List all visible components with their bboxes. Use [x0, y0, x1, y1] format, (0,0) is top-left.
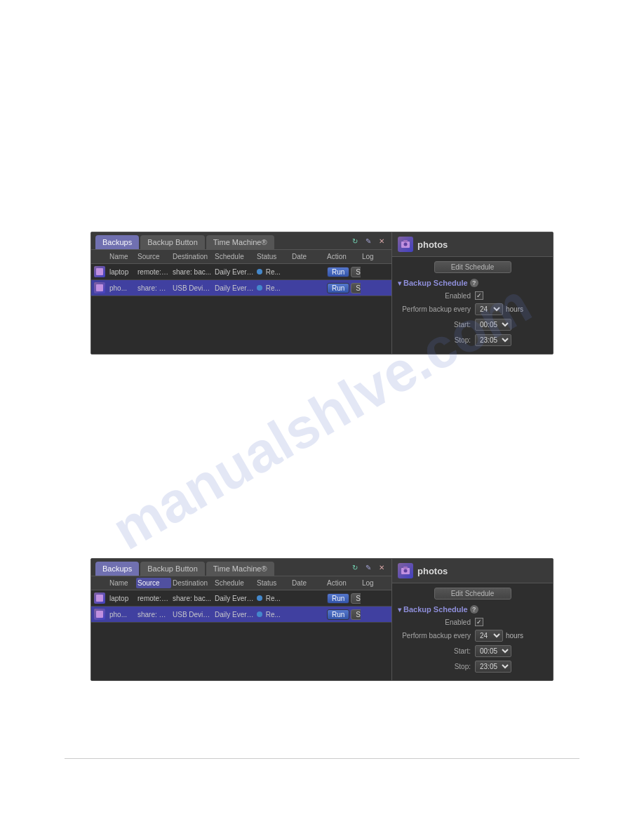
delete-icon-2[interactable]: ✕: [376, 562, 387, 574]
cell-source-laptop-2: remote: Wi...: [136, 595, 171, 602]
cell-source-photos-2: share: photos: [136, 611, 171, 618]
table-row-laptop-1[interactable]: laptop remote: Wi... share: bac... Daily…: [91, 264, 391, 280]
show-button-photos-2[interactable]: Show: [351, 609, 361, 620]
tab-time-machine-1[interactable]: Time Machine®: [206, 235, 274, 249]
start-row-2: Start: 00:05: [398, 645, 547, 657]
stop-select-2[interactable]: 23:05: [475, 661, 511, 673]
col-name-2: Name: [108, 578, 136, 588]
enabled-checkbox-2[interactable]: [475, 618, 483, 626]
table-row-photos-2[interactable]: pho... share: photos USB Devic... Daily …: [91, 607, 391, 623]
row-icon-laptop-2: [94, 593, 105, 604]
edit-schedule-button-1[interactable]: Edit Schedule: [434, 261, 511, 273]
start-label-2: Start:: [398, 647, 475, 655]
refresh-icon-2[interactable]: ↻: [349, 562, 361, 574]
stop-row-1: Stop: 23:05: [398, 334, 547, 346]
cell-status-laptop-1: Re...: [255, 268, 290, 276]
start-label-1: Start:: [398, 321, 475, 329]
edit-schedule-button-2[interactable]: Edit Schedule: [434, 588, 511, 600]
cell-source-photos-1: share: photos: [136, 284, 171, 292]
cell-schedule-laptop-1: Daily Every...: [213, 268, 255, 276]
cell-name-laptop-2: laptop: [108, 595, 136, 602]
show-button-laptop-1[interactable]: Show: [351, 267, 361, 277]
photos-title-2: photos: [417, 566, 448, 576]
photos-header-1: photos: [392, 232, 553, 257]
enabled-label-1: Enabled: [398, 292, 475, 300]
photos-icon-1: [398, 237, 413, 252]
tab-backups-2[interactable]: Backups: [95, 562, 139, 576]
help-icon-2[interactable]: ?: [470, 605, 478, 614]
delete-icon-1[interactable]: ✕: [376, 236, 387, 247]
status-dot-photos-1: [257, 285, 262, 291]
cell-schedule-laptop-2: Daily Every...: [213, 595, 255, 602]
cell-name-photos-1: pho...: [108, 284, 136, 292]
col-headers-2: Name Source Destination Schedule Status …: [91, 576, 391, 590]
perform-select-1[interactable]: 24: [475, 303, 503, 315]
run-button-laptop-2[interactable]: Run: [327, 593, 349, 604]
run-button-photos-2[interactable]: Run: [327, 609, 349, 620]
perform-row-2: Perform backup every 24 hours: [398, 630, 547, 642]
cell-action-photos-2: Run Show: [326, 609, 361, 620]
cell-dest-photos-1: USB Devic...: [171, 284, 213, 292]
col-dest-1: Destination: [171, 251, 213, 262]
refresh-icon-1[interactable]: ↻: [349, 236, 361, 247]
tab-bar-1: Backups Backup Button Time Machine® ↻ ✎ …: [91, 232, 391, 250]
enabled-control-1: [475, 291, 483, 300]
stop-row-2: Stop: 23:05: [398, 661, 547, 673]
section-arrow-1: ▾: [398, 279, 401, 287]
enabled-label-2: Enabled: [398, 618, 475, 626]
hours-label-2: hours: [506, 632, 523, 640]
enabled-row-2: Enabled: [398, 618, 547, 626]
run-button-photos-1[interactable]: Run: [327, 283, 349, 293]
photos-title-1: photos: [417, 239, 448, 250]
section-label-2: Backup Schedule: [403, 605, 468, 614]
start-select-2[interactable]: 00:05: [475, 645, 511, 657]
col-status-2: Status: [255, 578, 290, 588]
section-header-1: ▾ Backup Schedule ?: [398, 279, 547, 287]
col-action-2: Action: [326, 578, 361, 588]
photos-body-1: Edit Schedule ▾ Backup Schedule ? Enable…: [392, 257, 553, 354]
tab-backups-1[interactable]: Backups: [95, 235, 139, 249]
screenshot-panel-1: Backups Backup Button Time Machine® ↻ ✎ …: [90, 232, 554, 355]
perform-label-2: Perform backup every: [398, 632, 475, 640]
table-row-photos-1[interactable]: pho... share: photos USB Devic... Daily …: [91, 280, 391, 296]
tab-time-machine-2[interactable]: Time Machine®: [206, 562, 274, 576]
svg-point-2: [404, 243, 408, 246]
cell-action-photos-1: Run Show: [326, 283, 361, 293]
col-date-1: Date: [290, 251, 326, 262]
photos-header-2: photos: [392, 559, 553, 583]
stop-label-2: Stop:: [398, 663, 475, 670]
show-button-photos-1[interactable]: Show: [351, 283, 361, 293]
run-button-laptop-1[interactable]: Run: [327, 267, 349, 277]
col-icon-1: [94, 251, 108, 262]
cell-dest-photos-2: USB Devic...: [171, 611, 213, 618]
tab-icons-2: ↻ ✎ ✕: [349, 562, 387, 576]
cell-name-photos-2: pho...: [108, 611, 136, 618]
hours-label-1: hours: [506, 305, 523, 313]
col-source-1: Source: [136, 251, 171, 262]
cell-dest-laptop-2: share: bac...: [171, 595, 213, 602]
col-schedule-2: Schedule: [213, 578, 255, 588]
section-arrow-2: ▾: [398, 606, 401, 614]
edit-icon-1[interactable]: ✎: [363, 236, 374, 247]
table-row-laptop-2[interactable]: laptop remote: Wi... share: bac... Daily…: [91, 590, 391, 607]
enabled-checkbox-1[interactable]: [475, 291, 483, 300]
show-button-laptop-2[interactable]: Show: [351, 593, 361, 604]
photos-body-2: Edit Schedule ▾ Backup Schedule ? Enable…: [392, 583, 553, 680]
perform-select-2[interactable]: 24: [475, 630, 503, 642]
stop-select-1[interactable]: 23:05: [475, 334, 511, 346]
help-icon-1[interactable]: ?: [470, 279, 478, 287]
stop-control-2: 23:05: [475, 661, 511, 673]
cell-schedule-photos-2: Daily Every...: [213, 611, 255, 618]
col-source-2: Source: [136, 578, 171, 588]
photos-panel-1: photos Edit Schedule ▾ Backup Schedule ?…: [391, 232, 553, 354]
col-schedule-1: Schedule: [213, 251, 255, 262]
col-name-1: Name: [108, 251, 136, 262]
start-select-1[interactable]: 00:05: [475, 319, 511, 331]
perform-control-1: 24 hours: [475, 303, 523, 315]
backup-list-panel-2: Backups Backup Button Time Machine® ↻ ✎ …: [91, 559, 391, 680]
edit-icon-2[interactable]: ✎: [363, 562, 374, 574]
tab-backup-button-2[interactable]: Backup Button: [140, 562, 205, 576]
tab-backup-button-1[interactable]: Backup Button: [140, 235, 205, 249]
enabled-row-1: Enabled: [398, 291, 547, 300]
cell-name-laptop-1: laptop: [108, 268, 136, 276]
